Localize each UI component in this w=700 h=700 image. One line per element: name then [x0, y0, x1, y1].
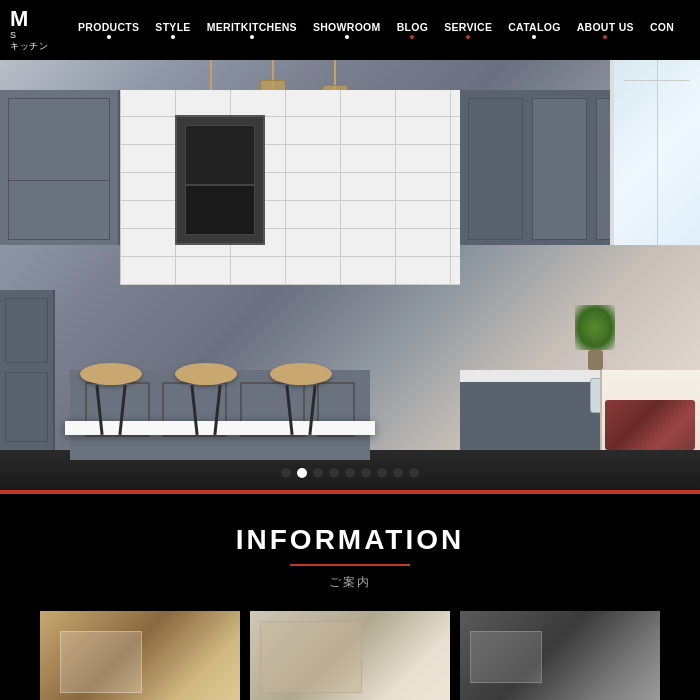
nav-item-style[interactable]: STYLE — [147, 21, 198, 39]
nav-dot-7 — [603, 35, 607, 39]
dot-4[interactable] — [329, 468, 339, 478]
dot-6[interactable] — [361, 468, 371, 478]
nav-dot-0 — [107, 35, 111, 39]
logo[interactable]: M Sキッチン — [10, 8, 60, 52]
stool-3 — [270, 363, 332, 435]
dot-9[interactable] — [409, 468, 419, 478]
dot-8[interactable] — [393, 468, 403, 478]
logo-mark: M — [10, 8, 27, 30]
thumbnail-3[interactable] — [460, 611, 660, 700]
nav-dot-3 — [345, 35, 349, 39]
thumbnail-2[interactable] — [250, 611, 450, 700]
nav-dot-5 — [466, 35, 470, 39]
thumbnail-row — [20, 611, 680, 700]
nav-item-products[interactable]: PRODUCTS — [70, 21, 147, 39]
hero-section — [0, 60, 700, 490]
right-counters — [460, 370, 700, 460]
oven — [175, 115, 265, 245]
nav-item-con[interactable]: CON — [642, 21, 682, 39]
info-subtitle: ご案内 — [20, 574, 680, 591]
dot-2[interactable] — [297, 468, 307, 478]
nav-dot-8 — [660, 35, 664, 39]
nav-dot-1 — [171, 35, 175, 39]
nav-item-blog[interactable]: BLOG — [389, 21, 437, 39]
stool-2 — [175, 363, 237, 435]
dot-5[interactable] — [345, 468, 355, 478]
dot-7[interactable] — [377, 468, 387, 478]
upper-cabinets-left — [0, 90, 120, 245]
nav-item-catalog[interactable]: CATALOG — [500, 21, 568, 39]
thumbnail-1[interactable] — [40, 611, 240, 700]
nav-item-about-us[interactable]: ABOUT US — [569, 21, 642, 39]
backsplash — [120, 90, 460, 285]
main-nav: PRODUCTSSTYLEMERITKITCHENSSHOWROOMBLOGSE… — [70, 21, 682, 39]
logo-subtitle: Sキッチン — [10, 30, 48, 52]
info-underline — [290, 564, 410, 566]
lower-cabinets-left — [0, 290, 55, 450]
nav-dot-4 — [410, 35, 414, 39]
info-title: INFORMATION — [20, 524, 680, 556]
nav-dot-2 — [250, 35, 254, 39]
header: M Sキッチン PRODUCTSSTYLEMERITKITCHENSSHOWRO… — [0, 0, 700, 60]
window — [610, 60, 700, 245]
stool-1 — [80, 363, 142, 435]
plant — [580, 310, 610, 370]
nav-dot-6 — [532, 35, 536, 39]
dot-3[interactable] — [313, 468, 323, 478]
dot-1[interactable] — [281, 468, 291, 478]
kitchen-image — [0, 60, 700, 490]
nav-item-meritkitchens[interactable]: MERITKITCHENS — [199, 21, 305, 39]
nav-item-showroom[interactable]: SHOWROOM — [305, 21, 389, 39]
info-section: INFORMATION ご案内 — [0, 494, 700, 700]
carousel-dots — [0, 468, 700, 478]
nav-item-service[interactable]: SERVICE — [436, 21, 500, 39]
